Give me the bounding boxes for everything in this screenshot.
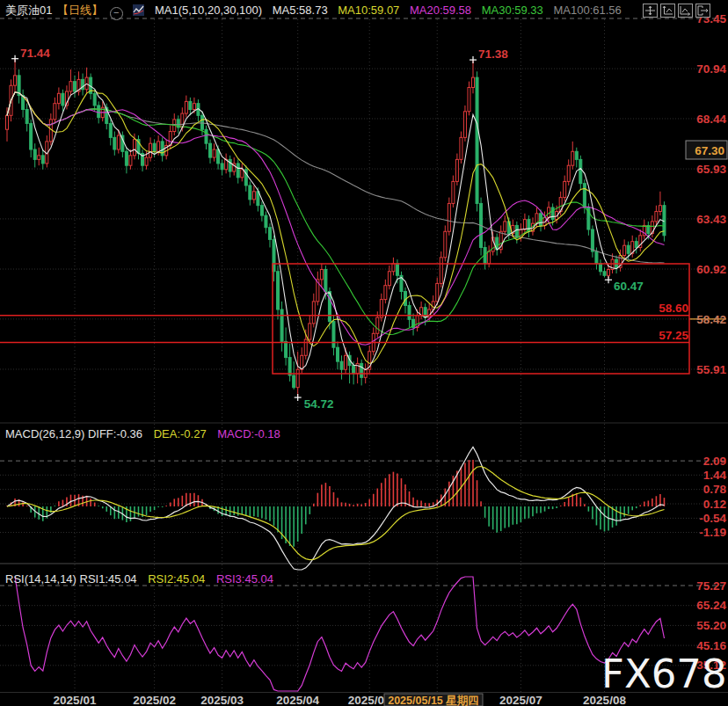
macd-dea-value: DEA:-0.27 xyxy=(154,427,207,440)
svg-text:1.44: 1.44 xyxy=(703,469,727,482)
symbol-name: 美原油01 xyxy=(5,4,52,17)
svg-text:0.78: 0.78 xyxy=(703,483,727,496)
ma30-value: MA30:59.33 xyxy=(482,4,543,17)
crosshair-price-tag: 67.30 xyxy=(686,141,727,159)
svg-text:63.43: 63.43 xyxy=(696,213,726,226)
svg-text:2025/03: 2025/03 xyxy=(200,694,244,706)
svg-text:-1.19: -1.19 xyxy=(699,526,726,539)
svg-text:2025/07: 2025/07 xyxy=(499,694,542,706)
svg-text:55.20: 55.20 xyxy=(696,619,726,632)
fx678-watermark: FX678 xyxy=(601,651,727,697)
svg-text:71.38: 71.38 xyxy=(478,47,508,61)
axis-scale-left-icon[interactable] xyxy=(660,4,675,18)
svg-text:2025/05/15 星期四: 2025/05/15 星期四 xyxy=(388,695,479,706)
chart-toolbar xyxy=(643,4,710,18)
macd-title: MACD(26,12,9) DIFF:-0.36 xyxy=(5,427,142,440)
ma5-value: MA5:58.73 xyxy=(273,4,328,17)
svg-text:2025/04: 2025/04 xyxy=(276,694,319,706)
svg-text:2.09: 2.09 xyxy=(703,455,726,468)
svg-text:60.92: 60.92 xyxy=(696,263,726,276)
svg-text:71.44: 71.44 xyxy=(20,47,50,60)
rsi3-value: RSI3:45.04 xyxy=(216,572,273,586)
svg-text:67.30: 67.30 xyxy=(695,144,724,157)
mini-chart-icon[interactable] xyxy=(133,4,144,18)
svg-text:65.24: 65.24 xyxy=(696,599,726,612)
svg-text:75.27: 75.27 xyxy=(696,579,726,593)
macd-macd-value: MACD:-0.18 xyxy=(217,427,280,440)
rsi2-value: RSI2:45.04 xyxy=(148,572,205,586)
svg-text:70.94: 70.94 xyxy=(696,62,726,76)
svg-text:-0.54: -0.54 xyxy=(699,512,726,525)
crosshair-date-tag: 2025/05/15 星期四 xyxy=(384,694,483,706)
svg-text:2025/01: 2025/01 xyxy=(54,694,97,706)
svg-text:60.47: 60.47 xyxy=(614,280,644,293)
svg-text:55.91: 55.91 xyxy=(696,363,726,376)
svg-text:58.42: 58.42 xyxy=(696,313,726,326)
main-indicator-bar: 美原油01 【日线】 − MA1(5,10,20,30,100) MA5:58.… xyxy=(5,3,629,20)
ma100-value: MA100:61.56 xyxy=(553,4,621,17)
svg-text:2025/02: 2025/02 xyxy=(133,694,176,706)
svg-text:54.72: 54.72 xyxy=(304,397,334,411)
chart-canvas[interactable]: 73.4570.9468.4465.9363.4360.9258.4255.91… xyxy=(0,0,728,706)
ma20-value: MA20:59.58 xyxy=(410,4,471,17)
svg-text:0.12: 0.12 xyxy=(703,498,726,511)
svg-text:68.44: 68.44 xyxy=(696,113,726,126)
rsi-indicator-bar: RSI(14,14,14) RSI1:45.04 RSI2:45.04 RSI3… xyxy=(5,572,281,586)
svg-text:65.93: 65.93 xyxy=(696,163,726,176)
ma-settings-label: MA1(5,10,20,30,100) xyxy=(155,4,262,17)
ma10-value: MA10:59.07 xyxy=(338,4,399,17)
rsi-title: RSI(14,14,14) RSI1:45.04 xyxy=(5,572,137,586)
svg-text:58.60: 58.60 xyxy=(659,302,688,315)
axis-scale-right-icon[interactable] xyxy=(678,4,693,18)
collapse-right-icon[interactable] xyxy=(695,4,710,18)
pan-crosshair-icon[interactable] xyxy=(643,4,658,18)
macd-indicator-bar: MACD(26,12,9) DIFF:-0.36 DEA:-0.27 MACD:… xyxy=(5,427,288,440)
collapse-indicator-icon[interactable]: − xyxy=(110,7,123,20)
trading-chart-app: 73.4570.9468.4465.9363.4360.9258.4255.91… xyxy=(0,0,728,706)
svg-text:57.25: 57.25 xyxy=(659,329,688,342)
period-label[interactable]: 【日线】 xyxy=(57,4,103,17)
